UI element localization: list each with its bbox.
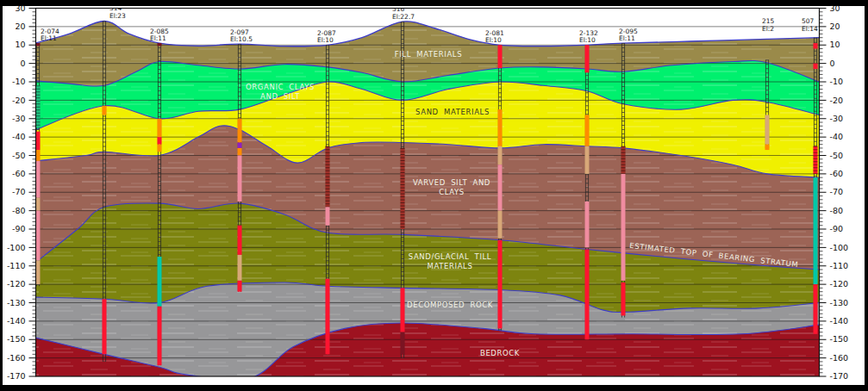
right-axis-tick-label: -70 xyxy=(830,187,844,196)
borehole-elevation-label: El:14 xyxy=(802,25,818,33)
right-axis-tick-label: 20 xyxy=(830,22,840,31)
right-axis-tick-label: -60 xyxy=(830,169,844,178)
borehole-segment xyxy=(158,257,162,307)
left-axis-tick-label: -130 xyxy=(7,298,26,307)
stratum-label: SAND/GLACIAL TILL xyxy=(409,252,491,261)
right-axis-tick-label: -150 xyxy=(830,334,849,344)
borehole-segment xyxy=(765,115,770,144)
left-axis-tick-label: 0 xyxy=(20,59,25,68)
borehole-id-label: 215 xyxy=(762,17,775,25)
borehole-elevation-label: El:2 xyxy=(762,25,774,33)
left-axis-tick-label: 10 xyxy=(15,40,25,49)
borehole-segment xyxy=(621,174,626,281)
borehole-segment xyxy=(36,260,41,284)
stratum-label: CLAYS xyxy=(439,188,465,196)
borehole-segment xyxy=(814,43,818,48)
left-axis-tick-label: -120 xyxy=(7,279,26,289)
borehole-segment xyxy=(238,148,242,156)
borehole-segment xyxy=(158,307,162,365)
right-axis-tick-label: 0 xyxy=(830,59,835,68)
right-axis-tick-label: -80 xyxy=(830,206,844,215)
left-axis-tick-label: -20 xyxy=(12,96,26,105)
stratum-label: DECOMPOSED ROCK xyxy=(407,301,493,309)
right-axis-tick-label: -10 xyxy=(830,77,844,86)
stratum-label: FILL MATERIALS xyxy=(395,50,462,59)
borehole-elevation-label: El:11 xyxy=(619,34,635,42)
right-axis-tick-label: -30 xyxy=(830,114,844,123)
borehole-segment xyxy=(36,161,41,198)
borehole-elevation-label: El:10 xyxy=(485,36,502,44)
left-axis-tick-label: -90 xyxy=(12,224,26,233)
right-axis-tick-label: -100 xyxy=(830,243,849,252)
borehole-segment xyxy=(498,211,503,239)
borehole-segment xyxy=(36,150,41,161)
right-axis-tick-label: -140 xyxy=(830,316,849,326)
borehole-elevation-label: El:10.5 xyxy=(230,35,253,43)
left-axis-tick-label: -100 xyxy=(7,243,26,252)
borehole-id-label: 507 xyxy=(802,17,815,25)
borehole-segment xyxy=(238,156,242,202)
borehole-segment xyxy=(36,198,41,211)
borehole-segment xyxy=(814,146,818,174)
stratum-label: SAND MATERIALS xyxy=(415,108,490,116)
borehole-segment xyxy=(621,282,626,315)
stratum-label: BEDROCK xyxy=(480,349,520,357)
borehole-segment xyxy=(585,115,590,146)
borehole-elevation-label: El:11 xyxy=(41,34,57,42)
left-axis-tick-label: -10 xyxy=(12,77,26,86)
borehole-elevation-label: El:10 xyxy=(579,36,596,44)
cross-section-svg: 2-074El:11514El:232-085El:112-097El:10.5… xyxy=(0,0,868,391)
cross-section-figure: 2-074El:11514El:232-085El:112-097El:10.5… xyxy=(0,0,868,391)
borehole-elevation-label: El:23 xyxy=(109,12,126,20)
borehole-segment xyxy=(498,164,503,210)
stratum-label: VARVED SILT AND xyxy=(413,178,490,187)
borehole-segment xyxy=(621,146,626,174)
stratum-label: MATERIALS xyxy=(428,262,473,270)
borehole-elevation-label: El:10 xyxy=(317,36,334,44)
borehole-segment xyxy=(401,332,405,355)
borehole-segment xyxy=(103,299,107,354)
right-axis-tick-label: -20 xyxy=(830,96,844,105)
borehole-elevation-label: El:11 xyxy=(150,34,166,42)
borehole-segment xyxy=(585,250,590,340)
right-axis-tick-label: 30 xyxy=(830,3,840,13)
borehole-segment xyxy=(765,145,770,150)
left-axis-tick-label: -140 xyxy=(7,316,26,326)
left-axis-tick-label: 30 xyxy=(15,3,25,13)
right-axis-tick-label: -50 xyxy=(830,151,844,160)
borehole-segment xyxy=(498,240,503,329)
right-axis-tick-label: -110 xyxy=(830,261,849,270)
borehole-segment xyxy=(326,207,330,225)
left-axis-tick-label: -70 xyxy=(12,187,26,196)
left-axis-tick-label: -150 xyxy=(7,334,26,344)
borehole-elevation-label: El:22.7 xyxy=(392,13,415,21)
stratum-label: ORGANIC CLAYS xyxy=(246,83,315,91)
borehole-segment xyxy=(158,119,162,137)
borehole-segment xyxy=(238,226,242,255)
borehole-segment xyxy=(585,202,590,247)
borehole-segment xyxy=(158,137,162,145)
left-axis-tick-label: -160 xyxy=(7,353,26,363)
right-axis-tick-label: -120 xyxy=(830,279,849,289)
right-axis-tick-label: -130 xyxy=(830,298,849,307)
right-axis-tick-label: -170 xyxy=(830,371,849,381)
borehole-segment xyxy=(36,211,41,261)
left-axis-tick-label: -40 xyxy=(12,132,26,141)
borehole-segment xyxy=(36,132,41,150)
borehole-segment xyxy=(498,109,503,146)
left-axis-tick-label: -110 xyxy=(7,261,26,270)
borehole-segment xyxy=(401,288,405,332)
borehole-segment xyxy=(814,177,818,284)
right-axis-tick-label: -40 xyxy=(830,132,844,141)
left-axis-tick-label: -30 xyxy=(12,114,26,123)
borehole-segment xyxy=(103,106,107,115)
borehole-segment xyxy=(498,45,503,68)
left-axis-tick-label: 20 xyxy=(15,22,25,31)
borehole-segment xyxy=(814,284,818,334)
borehole-segment xyxy=(158,43,162,46)
left-axis-tick-label: -170 xyxy=(7,371,26,381)
borehole-segment xyxy=(326,279,330,355)
borehole-segment xyxy=(585,146,590,174)
borehole-segment xyxy=(498,146,503,164)
left-axis-tick-label: -80 xyxy=(12,206,26,215)
